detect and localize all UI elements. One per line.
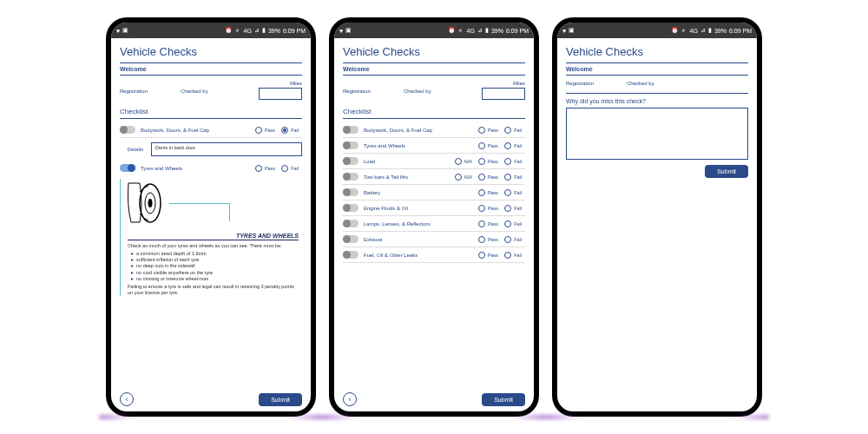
battery-percent: 39% bbox=[714, 28, 727, 34]
toggle-switch[interactable] bbox=[343, 235, 358, 243]
miles-input[interactable] bbox=[259, 88, 302, 100]
image-icon: ▣ bbox=[569, 27, 575, 34]
toggle-switch[interactable] bbox=[343, 141, 358, 149]
check-row: Bodywork, Doors, & Fuel CapPassFail bbox=[343, 122, 525, 138]
check-item-label: Exhaust bbox=[364, 237, 478, 242]
tyres-bullets: a minimum tread depth of 1.6mm sufficien… bbox=[124, 249, 302, 284]
miss-question: Why did you miss this check? bbox=[566, 93, 748, 104]
check-row: Tow bars & Tail liftsN/APassFail bbox=[343, 169, 525, 185]
battery-icon: ▮ bbox=[485, 27, 489, 34]
radio-pass[interactable] bbox=[255, 127, 262, 134]
radio-fail[interactable] bbox=[504, 127, 511, 134]
tyres-intro: Check as much of your tyres and wheels a… bbox=[124, 243, 302, 249]
radio-fail[interactable] bbox=[504, 220, 511, 227]
alarm-icon: ⏰ bbox=[448, 27, 456, 34]
details-label: Details bbox=[120, 147, 151, 152]
battery-percent: 39% bbox=[491, 28, 503, 34]
checked-by-label: Checked by bbox=[181, 89, 241, 94]
page-title: Vehicle Checks bbox=[343, 45, 525, 58]
battery-icon: ▮ bbox=[708, 27, 712, 34]
phone-mockup-2: ♥ ▣ ⏰ ᯤ 4G ⊿ ▮ 39% 6:09 PM Vehicle Check… bbox=[329, 17, 539, 417]
registration-label: Registration bbox=[566, 81, 627, 86]
toggle-switch[interactable] bbox=[343, 157, 358, 165]
screen: ♥ ▣ ⏰ ᯤ 4G ⊿ ▮ 39% 6:09 PM Vehicle Check… bbox=[557, 23, 757, 411]
page-title: Vehicle Checks bbox=[120, 45, 302, 58]
reason-textarea[interactable] bbox=[566, 108, 748, 160]
welcome-header: Welcome bbox=[566, 62, 748, 76]
radio-pass[interactable] bbox=[478, 205, 485, 212]
check-row: Bodywork, Doors, & Fuel Cap Pass Fail bbox=[120, 122, 302, 138]
radio-fail[interactable] bbox=[504, 205, 511, 212]
radio-pass[interactable] bbox=[478, 127, 485, 134]
toggle-switch[interactable] bbox=[343, 251, 358, 259]
battery-icon: ▮ bbox=[262, 27, 266, 34]
status-bar: ♥ ▣ ⏰ ᯤ 4G ⊿ ▮ 39% 6:09 PM bbox=[334, 23, 534, 38]
miles-label: Miles bbox=[241, 81, 302, 86]
toggle-switch[interactable] bbox=[343, 173, 358, 181]
checked-by-label: Checked by bbox=[627, 81, 687, 86]
heart-icon: ♥ bbox=[562, 28, 566, 34]
radio-na[interactable] bbox=[455, 174, 462, 181]
clock: 6:09 PM bbox=[283, 28, 306, 34]
details-input[interactable]: Dents in back door. bbox=[151, 142, 302, 156]
submit-button[interactable]: Submit bbox=[705, 165, 748, 178]
radio-pass[interactable] bbox=[478, 236, 485, 243]
radio-fail[interactable] bbox=[504, 174, 511, 181]
radio-na[interactable] bbox=[455, 158, 462, 165]
radio-fail[interactable] bbox=[504, 158, 511, 165]
radio-pass[interactable] bbox=[478, 174, 485, 181]
check-row: Tyres and WheelsPassFail bbox=[343, 138, 525, 154]
status-bar: ♥ ▣ ⏰ ᯤ 4G ⊿ ▮ 39% 6:09 PM bbox=[111, 23, 311, 38]
toggle-switch[interactable] bbox=[120, 164, 135, 172]
radio-pass[interactable] bbox=[478, 220, 485, 227]
check-item-label: Lamps, Lenses, & Reflectors bbox=[364, 221, 478, 227]
checked-by-label: Checked by bbox=[404, 89, 464, 94]
svg-point-2 bbox=[148, 199, 153, 207]
radio-pass[interactable] bbox=[478, 142, 485, 149]
radio-fail[interactable] bbox=[281, 165, 288, 172]
wifi-icon: ᯤ bbox=[458, 28, 464, 34]
radio-fail[interactable] bbox=[504, 142, 511, 149]
radio-fail[interactable] bbox=[504, 189, 511, 196]
toggle-switch[interactable] bbox=[343, 220, 358, 227]
registration-label: Registration bbox=[120, 89, 181, 94]
radio-pass[interactable] bbox=[478, 158, 485, 165]
heart-icon: ♥ bbox=[339, 28, 343, 34]
check-item-label: Engine Fluids & Oil bbox=[364, 206, 478, 211]
radio-pass[interactable] bbox=[478, 189, 485, 196]
check-row: Engine Fluids & OilPassFail bbox=[343, 201, 525, 216]
check-row: Lamps, Lenses, & ReflectorsPassFail bbox=[343, 216, 525, 232]
toggle-switch[interactable] bbox=[343, 188, 358, 196]
signal-icon: ⊿ bbox=[700, 27, 706, 34]
radio-pass[interactable] bbox=[478, 252, 485, 259]
toggle-switch[interactable] bbox=[120, 126, 135, 134]
radio-fail[interactable] bbox=[504, 236, 511, 243]
check-row: Fuel, Oil & Other LeaksPassFail bbox=[343, 247, 525, 263]
miles-label: Miles bbox=[464, 81, 525, 86]
checklist-header: Checklist bbox=[120, 108, 302, 119]
screen: ♥ ▣ ⏰ ᯤ 4G ⊿ ▮ 39% 6:09 PM Vehicle Check… bbox=[111, 23, 311, 411]
submit-button[interactable]: Submit bbox=[259, 393, 302, 406]
status-bar: ♥ ▣ ⏰ ᯤ 4G ⊿ ▮ 39% 6:09 PM bbox=[557, 23, 757, 38]
toggle-switch[interactable] bbox=[343, 204, 358, 212]
battery-percent: 39% bbox=[268, 28, 280, 34]
check-item-label: Bodywork, Doors, & Fuel Cap bbox=[141, 128, 255, 133]
image-icon: ▣ bbox=[345, 27, 352, 34]
alarm-icon: ⏰ bbox=[225, 27, 233, 34]
back-button[interactable]: ‹ bbox=[120, 392, 134, 406]
radio-fail[interactable] bbox=[504, 252, 511, 259]
heart-icon: ♥ bbox=[116, 28, 120, 34]
clock: 6:09 PM bbox=[506, 28, 529, 34]
signal-icon: ⊿ bbox=[477, 27, 483, 34]
submit-button[interactable]: Submit bbox=[482, 393, 525, 406]
checklist-header: Checklist bbox=[343, 108, 525, 119]
miles-input[interactable] bbox=[482, 88, 525, 100]
toggle-switch[interactable] bbox=[343, 126, 358, 134]
radio-pass[interactable] bbox=[255, 165, 262, 172]
clock: 6:09 PM bbox=[729, 28, 752, 34]
tyres-footer: Failing to ensure a tyre is safe and leg… bbox=[124, 284, 302, 296]
check-row: ExhaustPassFail bbox=[343, 232, 525, 247]
radio-fail[interactable] bbox=[281, 127, 288, 134]
back-button[interactable]: ‹ bbox=[343, 392, 357, 406]
welcome-header: Welcome bbox=[343, 62, 525, 76]
